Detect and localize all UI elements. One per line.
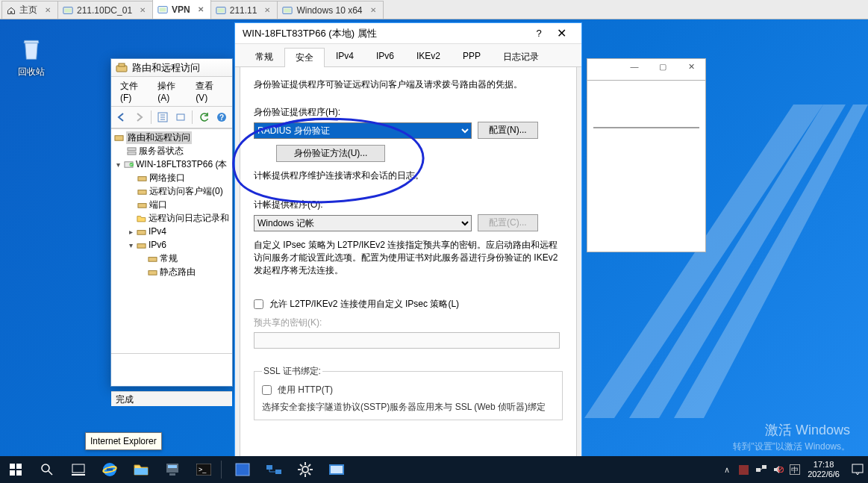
toolbar-button[interactable] [156,109,170,125]
tree-node[interactable]: 服务器状态 [114,144,232,158]
node-label: 路由和远程访问 [126,131,192,144]
taskbar-running[interactable] [321,456,352,483]
svg-line-59 [308,464,310,467]
maximize-button[interactable]: ▢ [652,62,674,75]
expand-icon[interactable]: ▸ [127,228,134,236]
svg-line-37 [49,471,52,475]
tray-network-icon[interactable] [755,464,766,476]
back-button[interactable] [114,109,128,125]
tab-ikev2[interactable]: IKEv2 [405,47,452,66]
close-icon[interactable]: ✕ [44,7,51,14]
tree-node[interactable]: ▾ IPv6 [114,238,232,252]
taskbar-app-ie[interactable] [94,456,125,483]
collapse-icon[interactable]: ▾ [114,161,122,169]
tab-ppp[interactable]: PPP [452,47,492,66]
svg-rect-10 [284,8,291,12]
tree-node[interactable]: 静态路由 [114,265,232,278]
server-manager-icon [165,462,180,477]
tree-node-root[interactable]: 路由和远程访问 [114,131,232,144]
vmware-tab[interactable]: 211.11 ✕ [210,1,278,19]
menu-action[interactable]: 操作(A) [153,78,190,105]
auth-provider-label: 身份验证提供程序(H): [254,106,563,119]
taskbar-running[interactable] [227,456,258,483]
svg-rect-26 [138,190,146,194]
custom-ipsec-checkbox[interactable] [254,299,263,309]
start-button[interactable] [0,456,31,483]
tree-node[interactable]: 网络接口 [114,171,232,184]
acct-provider-select[interactable]: Windows 记帐 [254,215,472,231]
rras-app-icon [116,62,128,74]
taskbar-clock[interactable]: 17:18 2022/6/6 [803,460,847,479]
help-button[interactable]: ? [529,28,549,39]
route-icon [148,267,157,277]
vmware-tab-active[interactable]: VPN ✕ [152,0,211,19]
svg-rect-4 [65,8,72,12]
desktop-icon-recycle-bin[interactable]: 回收站 [9,34,54,78]
taskbar-running[interactable] [290,456,321,483]
svg-rect-20 [115,135,123,140]
dialog-titlebar[interactable]: WIN-18FLT83TP66 (本地) 属性 ? ✕ [235,23,581,44]
vmware-tab[interactable]: 211.10DC_01 ✕ [57,1,153,19]
close-button[interactable]: ✕ [549,26,574,40]
close-icon[interactable]: ✕ [263,7,271,14]
collapse-icon[interactable]: ▾ [127,241,134,249]
menu-view[interactable]: 查看(V) [191,78,228,105]
taskbar-app-server-manager[interactable] [157,456,188,483]
terminal-icon: >_ [196,464,211,476]
svg-rect-8 [217,8,224,12]
background-window-client [587,81,706,252]
tab-ipv6[interactable]: IPv6 [365,47,405,66]
svg-rect-28 [137,230,146,234]
help-button[interactable]: ? [215,109,229,125]
auth-methods-button[interactable]: 身份验证方法(U)... [276,145,385,162]
gear-icon [298,462,313,477]
refresh-button[interactable] [197,109,211,125]
tree-node[interactable]: ▸ IPv4 [114,225,232,238]
svg-text:>_: >_ [199,466,207,473]
tree-node[interactable]: 端口 [114,198,232,211]
taskbar-app-cmd[interactable]: >_ [188,456,219,483]
window-titlebar[interactable]: 路由和远程访问 [111,59,232,77]
svg-rect-61 [331,466,343,473]
taskbar-running[interactable] [258,456,290,483]
minimize-button[interactable]: — [623,62,646,75]
folder-icon [137,214,146,223]
tray-chevron-icon[interactable]: ∧ [721,464,732,476]
close-icon[interactable]: ✕ [139,7,146,14]
vmware-tab[interactable]: Windows 10 x64 ✕ [277,1,383,19]
tree-node[interactable]: 远程访问日志记录和 [114,211,232,225]
action-center-button[interactable] [847,456,868,483]
taskbar: >_ ∧ 中 17:18 2022/6/6 [0,456,868,483]
tray-ime-icon[interactable]: 中 [790,464,800,475]
close-icon[interactable]: ✕ [369,7,377,14]
tab-ipv4[interactable]: IPv4 [325,47,365,66]
auth-provider-select[interactable]: RADIUS 身份验证 [254,122,472,139]
tree-node[interactable]: 远程访问客户端(0) [114,184,232,198]
use-http-checkbox[interactable] [262,385,272,395]
folder-icon [134,463,149,476]
menu-file[interactable]: 文件(F) [116,78,152,105]
system-tray[interactable]: ∧ 中 [721,464,803,476]
svg-rect-42 [134,468,148,475]
nav-tree[interactable]: 路由和远程访问 服务器状态 ▾ WIN-18FLT83TP66 (本 网络接口 … [111,128,232,354]
tab-general[interactable]: 常规 [244,47,284,66]
configure-auth-button[interactable]: 配置(N)... [478,122,538,139]
forward-button[interactable] [131,109,146,125]
search-button[interactable] [31,456,63,483]
close-icon[interactable]: ✕ [197,6,204,13]
tab-log[interactable]: 日志记录 [492,47,550,66]
tray-app-icon[interactable] [738,464,749,476]
tray-volume-icon[interactable] [772,464,784,476]
taskbar-tooltip: Internet Explorer [85,432,162,450]
tree-node[interactable]: 常规 [114,252,232,265]
svg-rect-48 [236,464,249,476]
task-view-button[interactable] [63,456,94,483]
tree-node-server[interactable]: ▾ WIN-18FLT83TP66 (本 [114,158,232,171]
vmware-tab-home[interactable]: 主页 ✕ [1,1,58,19]
activate-windows-watermark: 激活 Windows 转到"设置"以激活 Windows。 [733,421,850,453]
svg-rect-21 [128,147,136,150]
taskbar-app-explorer[interactable] [125,456,157,483]
close-button[interactable]: ✕ [680,62,702,75]
toolbar-button[interactable] [173,109,187,125]
tab-security[interactable]: 安全 [284,48,325,67]
